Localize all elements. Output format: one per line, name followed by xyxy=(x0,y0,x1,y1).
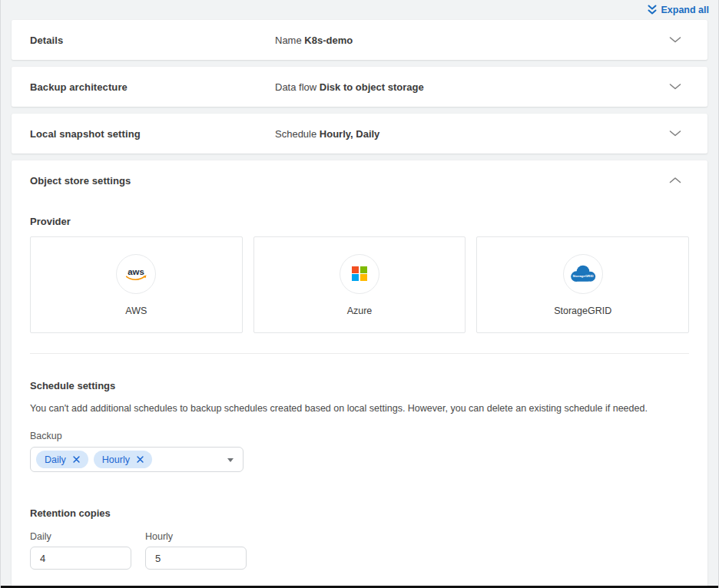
summary-value: Disk to object storage xyxy=(320,81,424,93)
chevron-down-icon[interactable] xyxy=(669,130,681,137)
expand-all-label: Expand all xyxy=(661,5,709,15)
storagegrid-logo-icon: StorageGRID xyxy=(563,254,603,294)
provider-options: aws AWS Azure xyxy=(30,236,689,333)
summary-value: K8s-demo xyxy=(304,35,353,46)
object-store-settings-body: Provider aws AWS xyxy=(12,200,707,588)
panel-summary: Schedule Hourly, Daily xyxy=(275,128,707,140)
remove-chip-icon[interactable] xyxy=(73,456,80,463)
panel-summary: Name K8s-demo xyxy=(275,35,707,46)
chip-hourly: Hourly xyxy=(94,451,152,468)
chip-label: Daily xyxy=(45,454,66,465)
panel-summary: Data flow Disk to object storage xyxy=(275,81,707,93)
panel-title: Object store settings xyxy=(12,175,275,187)
dropdown-caret-icon[interactable] xyxy=(227,458,234,462)
backup-field-label: Backup xyxy=(30,431,689,441)
azure-logo-icon xyxy=(340,254,379,294)
expand-all-button[interactable]: Expand all xyxy=(648,5,709,15)
backup-schedule-multiselect[interactable]: Daily Hourly xyxy=(30,447,244,472)
retention-field-daily: Daily xyxy=(30,519,131,570)
provider-name: StorageGRID xyxy=(554,306,611,316)
svg-text:aws: aws xyxy=(128,266,145,276)
chevron-up-icon[interactable] xyxy=(669,177,681,184)
chip-daily: Daily xyxy=(36,451,88,468)
retention-copies-title: Retention copies xyxy=(30,507,689,519)
section-divider xyxy=(30,353,689,354)
retention-daily-label: Daily xyxy=(30,531,131,542)
summary-label: Data flow xyxy=(275,81,316,93)
schedule-settings-description: You can't add additional schedules to ba… xyxy=(30,403,689,414)
panel-details-header[interactable]: Details Name K8s-demo xyxy=(12,20,707,60)
retention-hourly-label: Hourly xyxy=(145,531,247,542)
provider-card-aws[interactable]: aws AWS xyxy=(30,236,243,333)
double-chevron-down-icon xyxy=(648,5,657,15)
retention-field-hourly: Hourly xyxy=(145,519,247,570)
provider-card-storagegrid[interactable]: StorageGRID StorageGRID xyxy=(476,236,689,333)
accordion: Details Name K8s-demo Backup architectur… xyxy=(1,20,718,588)
aws-logo-icon: aws xyxy=(116,254,156,294)
provider-name: AWS xyxy=(125,306,147,316)
chevron-down-icon[interactable] xyxy=(669,84,681,91)
panel-backup-architecture-header[interactable]: Backup architecture Data flow Disk to ob… xyxy=(12,67,707,107)
remove-chip-icon[interactable] xyxy=(137,456,144,463)
panel-object-store-header[interactable]: Object store settings xyxy=(12,160,707,200)
toolbar: Expand all xyxy=(1,0,718,20)
panel-title: Backup architecture xyxy=(12,81,275,93)
retention-daily-input[interactable] xyxy=(30,547,131,570)
retention-fields: Daily Hourly xyxy=(30,519,689,570)
panel-title: Details xyxy=(12,35,275,46)
provider-label: Provider xyxy=(30,216,689,227)
panel-title: Local snapshot setting xyxy=(12,128,275,140)
chevron-down-icon[interactable] xyxy=(669,37,681,44)
panel-local-snapshot: Local snapshot setting Schedule Hourly, … xyxy=(12,114,707,154)
retention-hourly-input[interactable] xyxy=(145,547,247,570)
provider-name: Azure xyxy=(347,306,373,316)
panel-backup-architecture: Backup architecture Data flow Disk to ob… xyxy=(12,67,707,107)
chip-label: Hourly xyxy=(102,454,130,465)
schedule-settings-title: Schedule settings xyxy=(30,380,689,391)
panel-object-store: Object store settings Provider aws xyxy=(12,160,707,588)
summary-value: Hourly, Daily xyxy=(320,128,380,140)
summary-label: Name xyxy=(275,35,302,46)
panel-details: Details Name K8s-demo xyxy=(12,20,707,60)
provider-card-azure[interactable]: Azure xyxy=(253,236,466,333)
svg-text:StorageGRID: StorageGRID xyxy=(572,274,593,278)
panel-local-snapshot-header[interactable]: Local snapshot setting Schedule Hourly, … xyxy=(12,114,707,154)
summary-label: Schedule xyxy=(275,128,316,140)
